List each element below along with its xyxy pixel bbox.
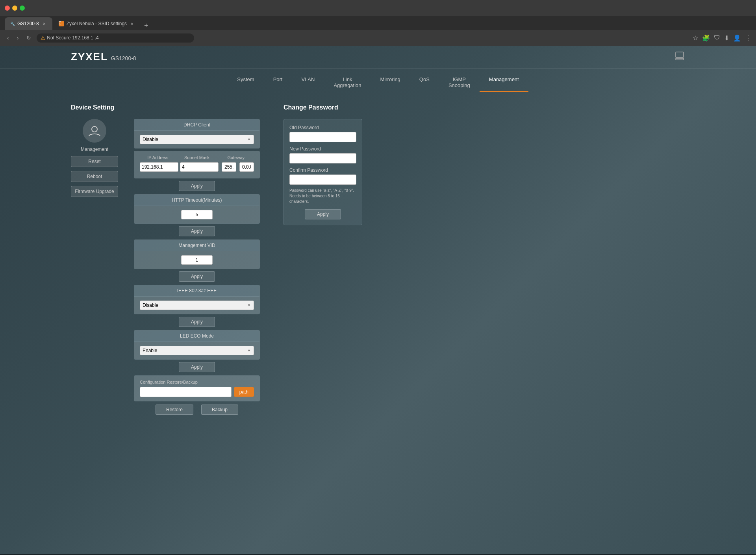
http-timeout-header: HTTP Timeout(Minutes) — [134, 195, 259, 206]
security-label: Not Secure — [47, 35, 70, 41]
main-content: Device Setting Management Reset Reboot F… — [0, 92, 756, 427]
nav-igmp-snooping[interactable]: IGMP Snooping — [439, 72, 480, 92]
http-timeout-input[interactable] — [181, 210, 213, 219]
mgmt-vid-header: Management VID — [134, 240, 259, 251]
reset-button[interactable]: Reset — [71, 156, 118, 167]
config-restore-card: Configuration Restore/Backup path — [134, 375, 260, 401]
col-ip-header: IP Address — [140, 155, 176, 160]
back-button[interactable]: ‹ — [5, 34, 11, 42]
confirm-password-input[interactable] — [289, 174, 356, 185]
nav-link-aggregation[interactable]: Link Aggregation — [324, 72, 371, 92]
ip-address-input[interactable] — [140, 162, 178, 172]
dhcp-client-card: DHCP Client Disable Enable — [134, 119, 260, 148]
svg-rect-0 — [676, 52, 684, 58]
led-eco-select[interactable]: Enable Disable — [140, 346, 254, 355]
new-tab-button[interactable]: + — [141, 22, 152, 30]
tab-gs1200[interactable]: 🔧 GS1200-8 ✕ — [5, 17, 52, 30]
http-timeout-apply-button[interactable]: Apply — [179, 226, 215, 236]
vid-apply-container: Apply — [134, 271, 260, 282]
tab-label-1: GS1200-8 — [17, 21, 39, 26]
config-restore-body: Configuration Restore/Backup path — [134, 376, 259, 401]
forward-button[interactable]: › — [15, 34, 21, 42]
network-apply-button[interactable]: Apply — [179, 181, 215, 191]
main-nav: System Port VLAN Link Aggregation Mirror… — [0, 69, 756, 92]
col-gw-header: Gateway — [218, 155, 254, 160]
app-header: ZYXEL GS1200-8 — [0, 46, 756, 69]
mgmt-vid-body — [134, 251, 259, 269]
logo-area: ZYXEL GS1200-8 — [71, 51, 136, 63]
firmware-upgrade-button[interactable]: Firmware Upgrade — [71, 186, 118, 197]
ieee-apply-container: Apply — [134, 317, 260, 327]
new-password-input[interactable] — [289, 153, 356, 163]
ieee802az-apply-button[interactable]: Apply — [179, 317, 215, 327]
star-icon[interactable]: ☆ — [693, 34, 698, 42]
password-apply-button[interactable]: Apply — [305, 209, 341, 219]
settings-forms: DHCP Client Disable Enable — [134, 119, 260, 415]
dhcp-client-header: DHCP Client — [134, 119, 259, 131]
left-sidebar: Management Reset Reboot Firmware Upgrade — [71, 119, 118, 415]
minimize-dot[interactable] — [12, 6, 17, 11]
password-hint: Password can use "a-z", "A-Z", "0-9". Ne… — [289, 188, 356, 204]
nav-management[interactable]: Management — [480, 72, 528, 92]
logo-model: GS1200-8 — [111, 55, 136, 61]
device-setting-content: Management Reset Reboot Firmware Upgrade… — [71, 119, 260, 415]
led-eco-header: LED ECO Mode — [134, 330, 259, 342]
svg-point-2 — [92, 126, 97, 132]
security-warning-icon: ⚠ — [41, 35, 45, 41]
ieee802az-card: IEEE 802.3az EEE Disable Enable — [134, 285, 260, 314]
ieee802az-select[interactable]: Disable Enable — [140, 301, 254, 310]
restore-button[interactable]: Restore — [156, 405, 193, 415]
tab-close-2[interactable]: ✕ — [129, 21, 135, 26]
old-password-input[interactable] — [289, 132, 356, 142]
mgmt-vid-apply-button[interactable]: Apply — [179, 271, 215, 282]
ip-last-octet-input[interactable] — [180, 162, 219, 172]
http-timeout-body — [134, 206, 259, 223]
config-path-input[interactable] — [140, 387, 232, 397]
downloads-icon[interactable]: ⬇ — [724, 34, 729, 42]
gateway-input[interactable] — [239, 162, 254, 172]
led-eco-select-wrapper: Enable Disable — [140, 346, 254, 355]
mgmt-vid-input[interactable] — [181, 255, 213, 265]
url-suffix: .4 — [95, 35, 99, 41]
nav-mirroring[interactable]: Mirroring — [371, 72, 410, 92]
user-avatar — [83, 119, 106, 143]
browser-chrome: 🔧 GS1200-8 ✕ Z Zyxel Nebula - SSID setti… — [0, 0, 756, 46]
col-mask-header: Subnet Mask — [179, 155, 215, 160]
dhcp-select[interactable]: Disable Enable — [140, 135, 254, 144]
refresh-button[interactable]: ↻ — [24, 34, 33, 42]
restore-backup-row: Restore Backup — [134, 405, 260, 415]
app-background: ZYXEL GS1200-8 System Port VLAN Link Agg… — [0, 46, 756, 554]
profile-icon[interactable]: 👤 — [733, 34, 741, 42]
network-input-row — [140, 162, 254, 172]
network-header-row: IP Address Subnet Mask Gateway — [140, 155, 254, 160]
titlebar — [0, 0, 756, 16]
backup-button[interactable]: Backup — [201, 405, 238, 415]
config-path-button[interactable]: path — [234, 387, 254, 397]
network-apply-container: Apply — [134, 181, 260, 191]
tab-nebula[interactable]: Z Zyxel Nebula - SSID settings ✕ — [53, 17, 140, 30]
subnet-mask-input[interactable] — [222, 162, 236, 172]
config-restore-label: Configuration Restore/Backup — [140, 380, 254, 384]
device-setting-panel: Device Setting Management Reset Reboot F… — [71, 104, 260, 415]
led-eco-apply-button[interactable]: Apply — [179, 362, 215, 372]
config-restore-row: path — [140, 387, 254, 397]
password-card: Old Password New Password Confirm Passwo… — [284, 119, 362, 225]
nav-qos[interactable]: QoS — [410, 72, 439, 92]
tab-favicon-1: 🔧 — [10, 22, 15, 26]
window-controls — [5, 6, 25, 11]
reboot-button[interactable]: Reboot — [71, 171, 118, 182]
ieee802az-body: Disable Enable — [134, 297, 259, 314]
http-timeout-input-wrapper — [140, 210, 254, 219]
maximize-dot[interactable] — [20, 6, 25, 11]
shield-icon[interactable]: 🛡 — [714, 34, 720, 41]
nav-port[interactable]: Port — [264, 72, 292, 92]
led-apply-container: Apply — [134, 362, 260, 372]
menu-icon[interactable]: ⋮ — [745, 34, 751, 42]
tab-label-2: Zyxel Nebula - SSID settings — [67, 21, 127, 26]
nav-vlan[interactable]: VLAN — [292, 72, 324, 92]
close-dot[interactable] — [5, 6, 10, 11]
security-indicator[interactable]: ⚠ Not Secure 192.168.1 .4 — [37, 33, 194, 43]
nav-system[interactable]: System — [228, 72, 263, 92]
extensions-icon[interactable]: 🧩 — [702, 34, 710, 42]
tab-close-1[interactable]: ✕ — [41, 21, 47, 26]
